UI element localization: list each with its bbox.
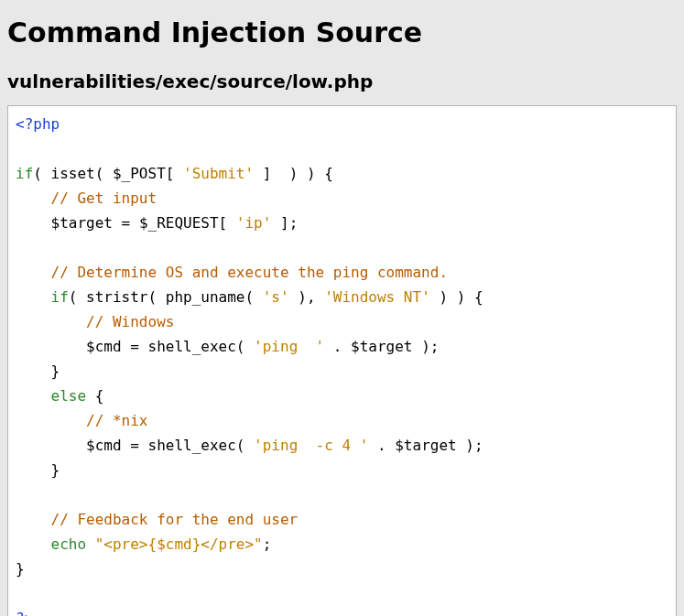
punct: (: [244, 288, 262, 306]
var-post: $_POST: [113, 165, 166, 182]
php-close-tag: ?>: [16, 610, 33, 616]
string-winnt: 'Windows NT': [324, 288, 430, 306]
punct: (: [69, 288, 86, 306]
comment-windows: // Windows: [86, 313, 174, 330]
comment-get-input: // Get input: [51, 189, 157, 207]
keyword-else: else: [51, 387, 87, 405]
string-ping: 'ping ': [254, 338, 324, 355]
php-open-tag: <?php: [16, 115, 60, 133]
page: Command Injection Source vulnerabilities…: [0, 16, 684, 616]
punct: }: [16, 362, 60, 380]
punct: ;: [263, 535, 272, 553]
var-cmd: $cmd: [86, 437, 122, 454]
func-shell-exec: shell_exec: [148, 437, 236, 454]
string-s: 's': [263, 288, 289, 306]
var-target: $target: [351, 338, 412, 355]
punct: .: [324, 338, 351, 355]
func-isset: isset: [51, 165, 95, 182]
punct: }: [16, 461, 60, 479]
punct: ];: [271, 214, 298, 232]
file-path: vulnerabilities/exec/source/low.php: [7, 70, 677, 92]
punct: ),: [289, 288, 325, 306]
page-title: Command Injection Source: [7, 16, 677, 49]
punct: ] ) ) {: [254, 165, 333, 182]
string-ping-c4: 'ping -c 4 ': [254, 437, 368, 454]
punct: =: [122, 437, 148, 454]
punct: (: [33, 165, 50, 182]
punct: }: [16, 560, 25, 578]
source-code: <?php if( isset( $_POST[ 'Submit' ] ) ) …: [16, 112, 668, 616]
punct: );: [457, 437, 483, 454]
comment-determine: // Determine OS and execute the ping com…: [51, 264, 448, 281]
func-uname: php_uname: [166, 288, 245, 306]
string-ip: 'ip': [236, 214, 272, 232]
var-target: $target: [395, 437, 456, 454]
punct: );: [413, 338, 440, 355]
comment-nix: // *nix: [86, 412, 147, 429]
punct: [: [166, 165, 183, 182]
punct: (: [236, 437, 254, 454]
func-stristr: stristr: [86, 288, 147, 306]
keyword-if: if: [51, 288, 69, 306]
punct: ) ) {: [430, 288, 483, 306]
var-cmd: $cmd: [86, 338, 122, 355]
punct: .: [368, 437, 395, 454]
string-echo: "<pre>{$cmd}</pre>": [95, 535, 263, 553]
punct: =: [113, 214, 139, 232]
punct: {: [86, 387, 103, 405]
keyword-if: if: [16, 165, 33, 182]
keyword-echo: echo: [51, 535, 87, 553]
punct: =: [122, 338, 148, 355]
punct: (: [95, 165, 113, 182]
comment-feedback: // Feedback for the end user: [51, 511, 299, 528]
punct: [86, 535, 95, 553]
code-box: <?php if( isset( $_POST[ 'Submit' ] ) ) …: [7, 105, 677, 616]
func-shell-exec: shell_exec: [148, 338, 236, 355]
punct: (: [236, 338, 254, 355]
string-submit: 'Submit': [183, 165, 254, 182]
var-request: $_REQUEST: [139, 214, 219, 232]
punct: [: [219, 214, 236, 232]
var-target: $target: [51, 214, 113, 232]
punct: (: [148, 288, 166, 306]
